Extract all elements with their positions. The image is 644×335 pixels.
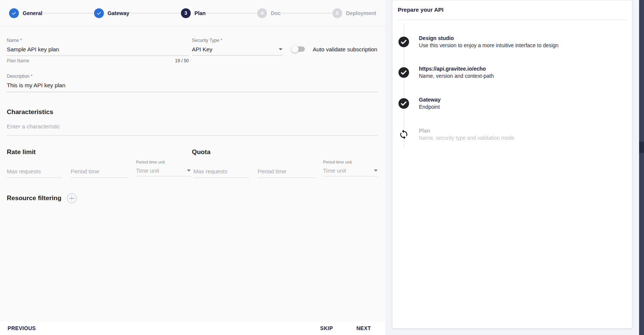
- step-number-badge: 5: [332, 8, 342, 18]
- step-done-check-icon: [94, 8, 104, 18]
- timeline-item-design-studio: Design studio Use this version to enjoy …: [398, 35, 626, 49]
- security-type-value: API Key: [192, 46, 212, 52]
- prepare-api-title: Prepare your API: [392, 0, 632, 13]
- step-label: General: [23, 10, 42, 16]
- rate-limit-time-unit-field: Period time unit Time unit: [136, 160, 191, 176]
- chevron-down-icon: [187, 170, 191, 171]
- input-underline: [192, 55, 283, 56]
- time-unit-float-label: Period time unit: [136, 160, 191, 164]
- sync-in-progress-icon: [398, 129, 409, 140]
- rate-limit-max-requests-input[interactable]: [7, 168, 62, 174]
- auto-validate-label: Auto validate subscription: [313, 46, 377, 52]
- stepper-step-plan[interactable]: 3 Plan: [181, 8, 206, 18]
- security-type-label: Security Type *: [192, 38, 283, 43]
- description-label: Description *: [7, 74, 378, 79]
- resource-filtering-heading: Resource filtering: [7, 195, 62, 202]
- rate-limit-max-requests-field: [7, 168, 62, 178]
- toggle-knob: [291, 45, 299, 53]
- quota-time-unit-field: Period time unit Time unit: [323, 160, 378, 176]
- wizard-stepper: General Gateway 3 Plan 4 Doc 5: [0, 0, 385, 26]
- name-field-hint: Plan Name: [7, 58, 29, 63]
- description-input[interactable]: [7, 82, 378, 88]
- input-underline: [7, 92, 378, 92]
- stepper-step-gateway[interactable]: Gateway: [94, 8, 130, 18]
- name-field-label: Name *: [7, 38, 189, 43]
- timeline-item-subtitle: Name, version and context-path: [419, 73, 494, 80]
- quota-heading: Quota: [192, 148, 210, 156]
- wizard-action-bar: PREVIOUS SKIP NEXT: [0, 321, 385, 335]
- quota-max-requests-input[interactable]: [193, 168, 249, 174]
- add-resource-filter-button[interactable]: [67, 193, 77, 203]
- rate-limit-period-time-field: [71, 168, 129, 178]
- input-underline: [193, 178, 249, 178]
- input-underline: [7, 56, 189, 56]
- step-label: Deployment: [346, 10, 376, 16]
- stepper-connector: [130, 13, 180, 14]
- stepper-connector: [43, 13, 93, 14]
- quota-max-requests-field: [193, 168, 249, 178]
- previous-button[interactable]: PREVIOUS: [8, 325, 36, 331]
- input-underline: [323, 176, 378, 176]
- skip-button[interactable]: SKIP: [320, 325, 333, 331]
- step-number-badge: 4: [257, 8, 267, 18]
- description-field: Description *: [7, 74, 378, 92]
- name-field-counter: 19 / 50: [175, 58, 189, 63]
- time-unit-value: Time unit: [323, 167, 346, 174]
- timeline-item-gateway: Gateway Endpoint: [398, 96, 626, 111]
- security-type-field: Security Type * API Key: [192, 38, 283, 56]
- characteristics-input[interactable]: [7, 123, 378, 130]
- quota-time-unit-select[interactable]: Time unit: [323, 167, 378, 174]
- check-circle-icon: [398, 67, 409, 78]
- prepare-api-panel: Prepare your API Design studio Use this …: [392, 0, 632, 329]
- check-circle-icon: [398, 98, 409, 109]
- characteristics-heading: Characteristics: [7, 108, 53, 116]
- timeline-item-plan: Plan Name, security type and validation …: [398, 127, 626, 142]
- step-done-check-icon: [9, 8, 19, 18]
- chevron-down-icon: [279, 48, 283, 50]
- timeline-item-title: https://api.gravitee.io/echo: [419, 65, 494, 73]
- name-field: Name * Plan Name 19 / 50: [7, 38, 189, 63]
- step-label: Gateway: [108, 10, 130, 16]
- timeline-item-subtitle: Use this version to enjoy a more intuiti…: [419, 42, 559, 49]
- time-unit-value: Time unit: [136, 167, 159, 174]
- check-circle-icon: [398, 37, 409, 47]
- timeline-item-subtitle: Name, security type and validation mode: [419, 134, 514, 142]
- rate-limit-period-time-input[interactable]: [71, 168, 129, 174]
- stepper-step-general[interactable]: General: [9, 8, 42, 18]
- timeline-item-context-path: https://api.gravitee.io/echo Name, versi…: [398, 65, 626, 80]
- step-label: Doc: [271, 10, 281, 16]
- name-input[interactable]: [7, 46, 189, 52]
- timeline-item-title: Plan: [419, 127, 514, 134]
- input-underline: [7, 178, 62, 178]
- quota-period-time-field: [258, 168, 316, 178]
- stepper-step-doc[interactable]: 4 Doc: [257, 8, 281, 18]
- step-number-badge: 3: [181, 8, 191, 18]
- stepper-connector: [281, 13, 332, 14]
- plan-creation-wizard: General Gateway 3 Plan 4 Doc 5: [0, 0, 644, 335]
- stepper-step-deployment[interactable]: 5 Deployment: [332, 8, 376, 18]
- time-unit-float-label: Period time unit: [323, 160, 378, 164]
- input-underline: [258, 178, 316, 178]
- security-type-select[interactable]: API Key: [192, 46, 283, 52]
- resource-filtering-row: Resource filtering: [7, 193, 77, 203]
- auto-validate-toggle[interactable]: [292, 45, 305, 53]
- step-label: Plan: [195, 10, 206, 16]
- timeline-item-subtitle: Endpoint: [419, 103, 441, 111]
- timeline-item-title: Gateway: [419, 96, 441, 103]
- input-underline: [71, 178, 129, 178]
- input-underline: [136, 176, 191, 176]
- quota-period-time-input[interactable]: [258, 168, 316, 174]
- characteristics-field: [7, 123, 378, 136]
- chevron-down-icon: [374, 170, 378, 171]
- wizard-left-pane: General Gateway 3 Plan 4 Doc 5: [0, 0, 385, 335]
- input-underline: [7, 135, 378, 136]
- stepper-connector: [206, 13, 256, 14]
- rate-limit-time-unit-select[interactable]: Time unit: [136, 167, 191, 174]
- timeline-item-title: Design studio: [419, 35, 559, 42]
- scrollbar-track[interactable]: [639, 0, 644, 335]
- next-button[interactable]: NEXT: [356, 325, 371, 331]
- auto-validate-row: Auto validate subscription: [292, 42, 383, 56]
- scrollbar-thumb[interactable]: [639, 142, 644, 153]
- rate-limit-heading: Rate limit: [7, 148, 36, 156]
- panel-divider: [398, 20, 627, 20]
